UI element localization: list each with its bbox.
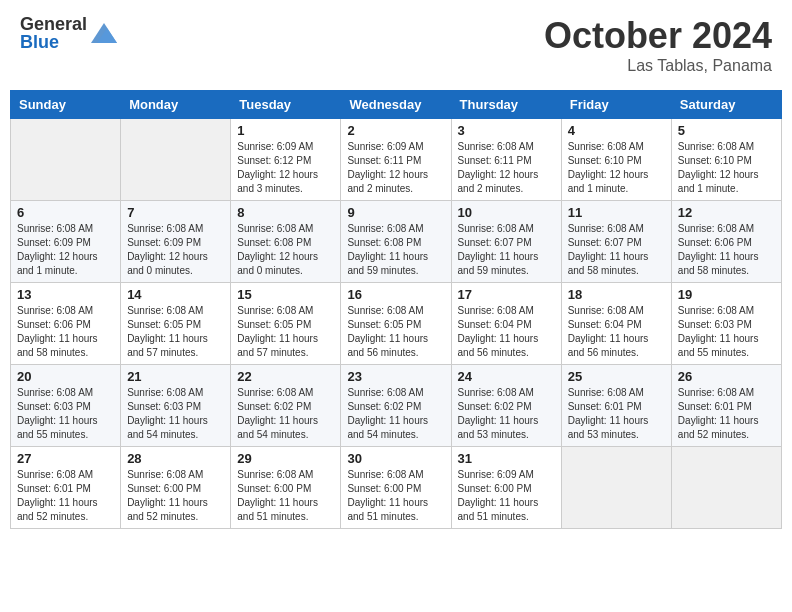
calendar-cell: 5Sunrise: 6:08 AMSunset: 6:10 PMDaylight… bbox=[671, 119, 781, 201]
day-number: 11 bbox=[568, 205, 665, 220]
calendar-cell: 4Sunrise: 6:08 AMSunset: 6:10 PMDaylight… bbox=[561, 119, 671, 201]
calendar-week-row: 1Sunrise: 6:09 AMSunset: 6:12 PMDaylight… bbox=[11, 119, 782, 201]
logo-blue-text: Blue bbox=[20, 33, 87, 51]
day-number: 28 bbox=[127, 451, 224, 466]
logo-general-text: General bbox=[20, 15, 87, 33]
calendar-week-row: 20Sunrise: 6:08 AMSunset: 6:03 PMDayligh… bbox=[11, 365, 782, 447]
day-number: 21 bbox=[127, 369, 224, 384]
calendar-cell: 16Sunrise: 6:08 AMSunset: 6:05 PMDayligh… bbox=[341, 283, 451, 365]
day-info: Sunrise: 6:09 AMSunset: 6:12 PMDaylight:… bbox=[237, 140, 334, 196]
day-header-wednesday: Wednesday bbox=[341, 91, 451, 119]
calendar-cell: 29Sunrise: 6:08 AMSunset: 6:00 PMDayligh… bbox=[231, 447, 341, 529]
calendar-cell: 13Sunrise: 6:08 AMSunset: 6:06 PMDayligh… bbox=[11, 283, 121, 365]
calendar-table: SundayMondayTuesdayWednesdayThursdayFrid… bbox=[10, 90, 782, 529]
calendar-cell: 20Sunrise: 6:08 AMSunset: 6:03 PMDayligh… bbox=[11, 365, 121, 447]
calendar-cell: 3Sunrise: 6:08 AMSunset: 6:11 PMDaylight… bbox=[451, 119, 561, 201]
day-number: 27 bbox=[17, 451, 114, 466]
calendar-cell: 22Sunrise: 6:08 AMSunset: 6:02 PMDayligh… bbox=[231, 365, 341, 447]
page-header: General Blue October 2024 Las Tablas, Pa… bbox=[10, 10, 782, 80]
day-number: 17 bbox=[458, 287, 555, 302]
day-info: Sunrise: 6:08 AMSunset: 6:02 PMDaylight:… bbox=[458, 386, 555, 442]
day-number: 5 bbox=[678, 123, 775, 138]
calendar-cell: 9Sunrise: 6:08 AMSunset: 6:08 PMDaylight… bbox=[341, 201, 451, 283]
day-info: Sunrise: 6:08 AMSunset: 6:07 PMDaylight:… bbox=[458, 222, 555, 278]
day-info: Sunrise: 6:08 AMSunset: 6:00 PMDaylight:… bbox=[237, 468, 334, 524]
day-info: Sunrise: 6:08 AMSunset: 6:00 PMDaylight:… bbox=[127, 468, 224, 524]
day-number: 29 bbox=[237, 451, 334, 466]
day-number: 20 bbox=[17, 369, 114, 384]
day-info: Sunrise: 6:08 AMSunset: 6:00 PMDaylight:… bbox=[347, 468, 444, 524]
logo: General Blue bbox=[20, 15, 119, 51]
day-info: Sunrise: 6:08 AMSunset: 6:10 PMDaylight:… bbox=[568, 140, 665, 196]
title-section: October 2024 Las Tablas, Panama bbox=[544, 15, 772, 75]
day-number: 4 bbox=[568, 123, 665, 138]
calendar-cell bbox=[671, 447, 781, 529]
day-number: 1 bbox=[237, 123, 334, 138]
calendar-cell: 27Sunrise: 6:08 AMSunset: 6:01 PMDayligh… bbox=[11, 447, 121, 529]
calendar-week-row: 27Sunrise: 6:08 AMSunset: 6:01 PMDayligh… bbox=[11, 447, 782, 529]
day-number: 19 bbox=[678, 287, 775, 302]
calendar-cell: 15Sunrise: 6:08 AMSunset: 6:05 PMDayligh… bbox=[231, 283, 341, 365]
day-number: 15 bbox=[237, 287, 334, 302]
calendar-cell: 6Sunrise: 6:08 AMSunset: 6:09 PMDaylight… bbox=[11, 201, 121, 283]
day-info: Sunrise: 6:09 AMSunset: 6:00 PMDaylight:… bbox=[458, 468, 555, 524]
day-number: 12 bbox=[678, 205, 775, 220]
day-info: Sunrise: 6:08 AMSunset: 6:01 PMDaylight:… bbox=[678, 386, 775, 442]
calendar-cell: 24Sunrise: 6:08 AMSunset: 6:02 PMDayligh… bbox=[451, 365, 561, 447]
calendar-cell: 2Sunrise: 6:09 AMSunset: 6:11 PMDaylight… bbox=[341, 119, 451, 201]
calendar-cell: 12Sunrise: 6:08 AMSunset: 6:06 PMDayligh… bbox=[671, 201, 781, 283]
calendar-header-row: SundayMondayTuesdayWednesdayThursdayFrid… bbox=[11, 91, 782, 119]
calendar-cell: 21Sunrise: 6:08 AMSunset: 6:03 PMDayligh… bbox=[121, 365, 231, 447]
day-info: Sunrise: 6:08 AMSunset: 6:06 PMDaylight:… bbox=[678, 222, 775, 278]
calendar-cell: 10Sunrise: 6:08 AMSunset: 6:07 PMDayligh… bbox=[451, 201, 561, 283]
day-info: Sunrise: 6:08 AMSunset: 6:02 PMDaylight:… bbox=[347, 386, 444, 442]
calendar-cell bbox=[561, 447, 671, 529]
calendar-cell: 7Sunrise: 6:08 AMSunset: 6:09 PMDaylight… bbox=[121, 201, 231, 283]
day-info: Sunrise: 6:08 AMSunset: 6:09 PMDaylight:… bbox=[17, 222, 114, 278]
day-header-tuesday: Tuesday bbox=[231, 91, 341, 119]
day-info: Sunrise: 6:08 AMSunset: 6:08 PMDaylight:… bbox=[237, 222, 334, 278]
day-number: 31 bbox=[458, 451, 555, 466]
day-info: Sunrise: 6:08 AMSunset: 6:03 PMDaylight:… bbox=[678, 304, 775, 360]
logo-icon bbox=[89, 18, 119, 48]
day-header-sunday: Sunday bbox=[11, 91, 121, 119]
day-number: 23 bbox=[347, 369, 444, 384]
day-number: 26 bbox=[678, 369, 775, 384]
day-header-thursday: Thursday bbox=[451, 91, 561, 119]
day-number: 30 bbox=[347, 451, 444, 466]
day-info: Sunrise: 6:08 AMSunset: 6:03 PMDaylight:… bbox=[127, 386, 224, 442]
day-number: 25 bbox=[568, 369, 665, 384]
day-header-saturday: Saturday bbox=[671, 91, 781, 119]
day-header-friday: Friday bbox=[561, 91, 671, 119]
calendar-cell bbox=[11, 119, 121, 201]
day-number: 7 bbox=[127, 205, 224, 220]
day-info: Sunrise: 6:08 AMSunset: 6:08 PMDaylight:… bbox=[347, 222, 444, 278]
day-info: Sunrise: 6:08 AMSunset: 6:11 PMDaylight:… bbox=[458, 140, 555, 196]
day-info: Sunrise: 6:08 AMSunset: 6:06 PMDaylight:… bbox=[17, 304, 114, 360]
calendar-cell: 8Sunrise: 6:08 AMSunset: 6:08 PMDaylight… bbox=[231, 201, 341, 283]
calendar-cell: 1Sunrise: 6:09 AMSunset: 6:12 PMDaylight… bbox=[231, 119, 341, 201]
calendar-week-row: 13Sunrise: 6:08 AMSunset: 6:06 PMDayligh… bbox=[11, 283, 782, 365]
day-header-monday: Monday bbox=[121, 91, 231, 119]
day-number: 2 bbox=[347, 123, 444, 138]
calendar-cell: 23Sunrise: 6:08 AMSunset: 6:02 PMDayligh… bbox=[341, 365, 451, 447]
calendar-cell: 31Sunrise: 6:09 AMSunset: 6:00 PMDayligh… bbox=[451, 447, 561, 529]
day-number: 3 bbox=[458, 123, 555, 138]
calendar-week-row: 6Sunrise: 6:08 AMSunset: 6:09 PMDaylight… bbox=[11, 201, 782, 283]
day-number: 22 bbox=[237, 369, 334, 384]
day-info: Sunrise: 6:08 AMSunset: 6:05 PMDaylight:… bbox=[347, 304, 444, 360]
day-number: 16 bbox=[347, 287, 444, 302]
day-info: Sunrise: 6:09 AMSunset: 6:11 PMDaylight:… bbox=[347, 140, 444, 196]
calendar-cell bbox=[121, 119, 231, 201]
day-number: 18 bbox=[568, 287, 665, 302]
day-number: 24 bbox=[458, 369, 555, 384]
month-title: October 2024 bbox=[544, 15, 772, 57]
day-info: Sunrise: 6:08 AMSunset: 6:05 PMDaylight:… bbox=[127, 304, 224, 360]
day-number: 8 bbox=[237, 205, 334, 220]
day-number: 13 bbox=[17, 287, 114, 302]
calendar-cell: 30Sunrise: 6:08 AMSunset: 6:00 PMDayligh… bbox=[341, 447, 451, 529]
calendar-cell: 19Sunrise: 6:08 AMSunset: 6:03 PMDayligh… bbox=[671, 283, 781, 365]
day-info: Sunrise: 6:08 AMSunset: 6:03 PMDaylight:… bbox=[17, 386, 114, 442]
calendar-cell: 26Sunrise: 6:08 AMSunset: 6:01 PMDayligh… bbox=[671, 365, 781, 447]
day-info: Sunrise: 6:08 AMSunset: 6:04 PMDaylight:… bbox=[568, 304, 665, 360]
